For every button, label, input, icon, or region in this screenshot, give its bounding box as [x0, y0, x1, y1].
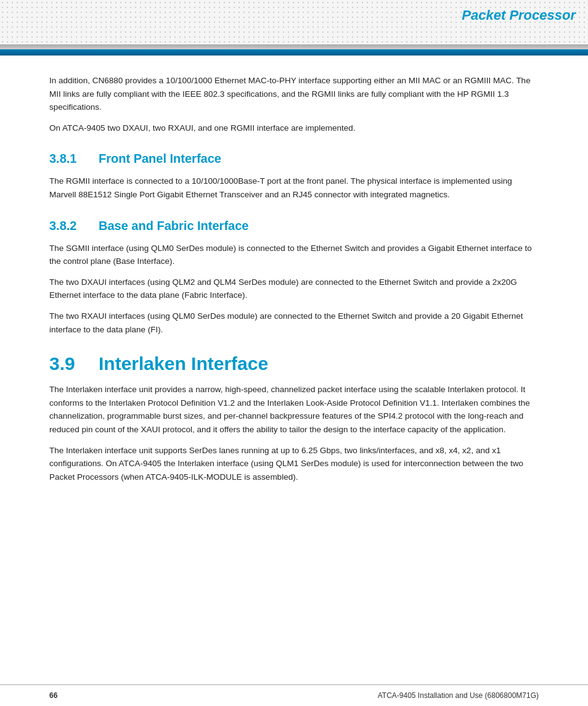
page-header: Packet Processor [0, 0, 588, 55]
main-content: In addition, CN6880 provides a 10/100/10… [0, 55, 588, 529]
section-number-2: 3.9 [49, 353, 86, 374]
footer-page-number: 66 [49, 691, 57, 700]
section-3.9: 3.9Interlaken InterfaceThe Interlaken in… [49, 353, 539, 483]
section-title-2: Interlaken Interface [99, 353, 268, 374]
section-body-0: The RGMII interface is connected to a 10… [49, 174, 539, 201]
section-title-1: Base and Fabric Interface [99, 219, 248, 233]
intro-text: In addition, CN6880 provides a 10/100/10… [49, 74, 539, 134]
section-heading-1: 3.8.2Base and Fabric Interface [49, 219, 539, 233]
page-title: Packet Processor [462, 7, 576, 23]
section-1-para-0: The SGMII interface (using QLM0 SerDes m… [49, 242, 539, 268]
section-number-1: 3.8.2 [49, 219, 86, 233]
section-2-para-0: The Interlaken interface unit provides a… [49, 383, 539, 436]
blue-bar [0, 49, 588, 55]
sections-container: 3.8.1Front Panel InterfaceThe RGMII inte… [49, 152, 539, 483]
section-1-para-1: The two DXAUI interfaces (using QLM2 and… [49, 276, 539, 302]
gray-bar [0, 44, 588, 49]
section-3.8.1: 3.8.1Front Panel InterfaceThe RGMII inte… [49, 152, 539, 201]
section-0-para-0: The RGMII interface is connected to a 10… [49, 174, 539, 201]
intro-paragraph-2: On ATCA-9405 two DXAUI, two RXAUI, and o… [49, 121, 539, 135]
section-heading-2: 3.9Interlaken Interface [49, 353, 539, 374]
header-title-bar: Packet Processor [462, 0, 588, 28]
section-heading-0: 3.8.1Front Panel Interface [49, 152, 539, 166]
section-body-2: The Interlaken interface unit provides a… [49, 383, 539, 483]
section-1-para-2: The two RXAUI interfaces (using QLM0 Ser… [49, 310, 539, 336]
section-3.8.2: 3.8.2Base and Fabric InterfaceThe SGMII … [49, 219, 539, 337]
section-body-1: The SGMII interface (using QLM0 SerDes m… [49, 242, 539, 337]
section-2-para-1: The Interlaken interface unit supports S… [49, 444, 539, 484]
section-number-0: 3.8.1 [49, 152, 86, 166]
section-title-0: Front Panel Interface [99, 152, 221, 166]
footer-doc-title: ATCA-9405 Installation and Use (6806800M… [378, 691, 539, 700]
intro-paragraph-1: In addition, CN6880 provides a 10/100/10… [49, 74, 539, 114]
page-footer: 66 ATCA-9405 Installation and Use (68068… [0, 684, 588, 706]
